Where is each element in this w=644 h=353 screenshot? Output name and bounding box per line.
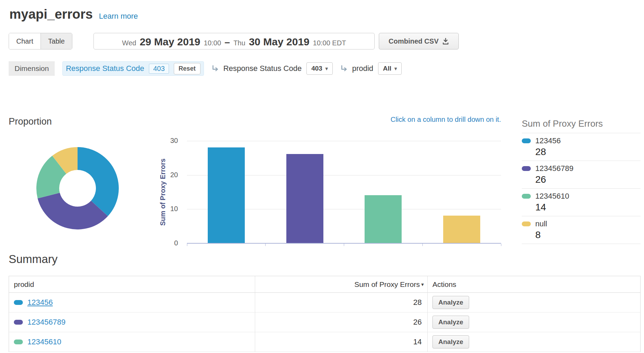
combined-csv-button[interactable]: Combined CSV [379,33,459,49]
legend-entry-value: 14 [535,202,641,213]
column-header-prodid: prodid [9,276,255,293]
chevron-down-icon: ▾ [325,66,328,71]
legend-entry: 12345610 14 [522,189,641,216]
page-title: myapi_errors [9,7,93,22]
proportion-donut [36,147,119,229]
toolbar: Chart Table Wed 29 May 2019 10:00 – Thu … [9,33,641,50]
row-color-swatch [14,340,23,344]
prodid-dropdown-value: All [383,65,391,72]
table-row-prodid-cell: 123456 [9,293,255,313]
y-tick-label: 20 [156,171,178,179]
table-row-actions-cell: Analyze [427,332,640,352]
filter-row: Dimension Response Status Code 403 Reset… [9,61,402,76]
end-time: 10:00 EDT [313,39,346,47]
y-tick-label: 30 [156,137,178,145]
analyze-button[interactable]: Analyze [432,316,469,329]
end-day: Thu [233,39,245,47]
legend-color-swatch [522,138,531,143]
end-date: 30 May 2019 [249,36,310,48]
x-tick-mark [501,244,501,246]
table-row-value-cell: 26 [255,313,427,332]
filter-chip-name[interactable]: Response Status Code [66,64,144,73]
bar-chart-y-axis: 0102030 [156,141,181,243]
start-date: 29 May 2019 [140,36,200,48]
bar-plot [187,141,501,243]
legend-entry-label: 12345610 [535,192,569,201]
legend-entry-value: 28 [535,146,641,157]
table-view-button[interactable]: Table [41,33,72,49]
status-code-dropdown-value: 403 [311,65,322,72]
bar-column-123456[interactable] [208,147,245,243]
view-toggle: Chart Table [9,33,72,49]
prodid-dropdown[interactable]: All ▾ [378,62,402,75]
column-header-label: Sum of Proxy Errors [354,280,420,289]
legend-color-swatch [522,194,531,199]
drill-hint: Click on a column to drill down on it. [328,116,501,124]
legend-entry: 123456789 26 [522,161,641,189]
legend-color-swatch [522,221,531,226]
drilldown-label-status-code: Response Status Code [223,64,302,73]
legend-entry-value: 8 [535,229,641,241]
table-row-prodid-cell: 123456789 [9,313,255,332]
table-row-value-cell: 28 [255,293,427,313]
bar-column-null[interactable] [443,216,480,243]
legend-entry-value: 26 [535,174,641,185]
drilldown-arrow-icon [212,65,219,72]
x-tick-mark [187,244,187,246]
gridline [187,141,501,141]
csv-button-label: Combined CSV [388,37,438,45]
analyze-button[interactable]: Analyze [432,335,469,349]
analytics-report-page: myapi_errors Learn more Chart Table Wed … [0,0,644,353]
learn-more-link[interactable]: Learn more [99,12,138,21]
legend-entry: 123456 28 [522,133,641,161]
table-row-prodid-cell: 12345610 [9,332,255,352]
legend-color-swatch [522,166,531,171]
x-tick-mark [265,244,266,246]
x-tick-mark [422,244,423,246]
table-row-value-cell: 14 [255,332,427,352]
reset-filter-button[interactable]: Reset [174,63,200,74]
chart-legend: Sum of Proxy Errors 123456 28 123456789 … [522,118,641,244]
proportion-chart-title: Proportion [9,116,52,127]
legend-entry: null 8 [522,216,641,244]
prodid-link[interactable]: 123456 [27,298,53,307]
column-header-actions: Actions [427,276,640,293]
table-row-actions-cell: Analyze [427,293,640,313]
table-row-actions-cell: Analyze [427,313,640,332]
drilldown-label-prodid: prodid [352,64,373,73]
row-color-swatch [14,300,23,305]
status-code-dropdown[interactable]: 403 ▾ [306,62,333,75]
legend-title: Sum of Proxy Errors [522,118,641,133]
row-color-swatch [14,320,23,325]
filter-chip-value-badge: 403 [149,64,169,74]
bar-column-123456789[interactable] [286,154,323,243]
bar-column-12345610[interactable] [365,195,402,243]
date-range-separator: – [225,37,230,48]
y-tick-label: 10 [156,205,178,213]
start-time: 10:00 [204,39,221,47]
prodid-link[interactable]: 123456789 [27,318,65,327]
date-range-picker[interactable]: Wed 29 May 2019 10:00 – Thu 30 May 2019 … [93,33,375,49]
start-day: Wed [122,39,136,47]
y-tick-label: 0 [156,239,178,247]
active-filter-chip: Response Status Code 403 Reset [62,61,204,76]
chart-view-button[interactable]: Chart [9,33,41,49]
drilldown-arrow-icon [340,65,348,72]
prodid-link[interactable]: 12345610 [27,337,61,346]
page-header: myapi_errors Learn more [9,7,138,22]
download-icon [442,38,449,45]
x-tick-mark [344,244,344,246]
sort-desc-icon: ▾ [421,281,424,288]
legend-entry-label: 123456 [535,136,561,145]
legend-entry-label: 123456789 [535,164,573,173]
summary-title: Summary [9,253,57,266]
legend-entry-label: null [535,219,547,228]
analyze-button[interactable]: Analyze [432,296,469,309]
summary-table: prodid Sum of Proxy Errors ▾ Actions 123… [9,276,641,352]
column-header-sum-of-proxy-errors[interactable]: Sum of Proxy Errors ▾ [255,276,427,293]
chevron-down-icon: ▾ [394,66,397,71]
dimension-label: Dimension [9,61,55,76]
